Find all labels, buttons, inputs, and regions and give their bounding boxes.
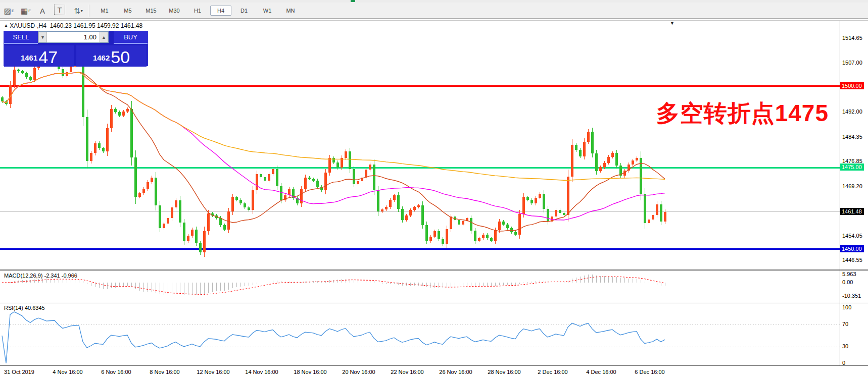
time-tick: 6 Nov 16:00 bbox=[101, 369, 131, 375]
sell-button[interactable]: SELL bbox=[4, 31, 38, 44]
cursor-mode-icon[interactable]: ⇅▾ bbox=[71, 5, 86, 17]
price-tick-1492.00: 1492.00 bbox=[842, 108, 862, 115]
rsi-timeaxis-divider bbox=[0, 365, 868, 366]
rsi-tick-30: 30 bbox=[842, 343, 848, 349]
ma-45-line bbox=[2, 72, 665, 220]
macd-tick--10.351: -10.351 bbox=[842, 293, 861, 299]
text-label-icon: A bbox=[40, 6, 45, 17]
text-box-icon[interactable]: T bbox=[54, 5, 65, 15]
timeframe-button-w1[interactable]: W1 bbox=[257, 6, 278, 16]
buy-price-button[interactable]: 1462 50 bbox=[76, 45, 147, 67]
buy-button[interactable]: BUY bbox=[114, 31, 148, 44]
time-tick: 4 Nov 16:00 bbox=[53, 369, 82, 375]
hline-1500[interactable] bbox=[0, 85, 840, 87]
price-tick-1446.55: 1446.55 bbox=[842, 257, 862, 263]
chart-title: ▲ XAUUSD-,H4 1460.23 1461.95 1459.92 146… bbox=[4, 22, 142, 29]
price-flag-1500.00: 1500.00 bbox=[840, 82, 864, 89]
timeframe-button-m15[interactable]: M15 bbox=[140, 6, 162, 16]
collapse-arrow-icon[interactable]: ▲ bbox=[4, 23, 8, 28]
volume-increase-button[interactable]: ▲ bbox=[100, 32, 108, 42]
expert-advisors-icon: ▨ bbox=[4, 6, 11, 17]
chart-frame-top bbox=[0, 20, 868, 21]
timeframe-button-mn[interactable]: MN bbox=[280, 6, 301, 16]
record-mark bbox=[726, 1, 733, 2]
ma-20-line bbox=[2, 72, 665, 231]
timeframe-button-d1[interactable]: D1 bbox=[233, 6, 255, 16]
price-tick-1469.20: 1469.20 bbox=[842, 183, 862, 189]
time-tick: 22 Nov 16:00 bbox=[391, 369, 423, 375]
macd-histogram bbox=[3, 275, 665, 295]
bid-price-minor: 47 bbox=[38, 48, 58, 66]
drawing-tools-group: ▨E▦FAT⇅▾ bbox=[0, 5, 86, 17]
text-label-icon[interactable]: A bbox=[35, 5, 50, 17]
price-tick-1514.65: 1514.65 bbox=[842, 35, 862, 41]
icon-badge: E bbox=[12, 6, 14, 17]
cursor-mode-icon: ⇅ bbox=[74, 6, 80, 17]
hline-1450[interactable] bbox=[0, 248, 840, 250]
toolbar-separator bbox=[89, 5, 90, 17]
volume-spinner: ▼ ▲ bbox=[38, 31, 109, 43]
sell-price-button[interactable]: 1461 47 bbox=[4, 45, 74, 67]
rsi-tick-100: 100 bbox=[842, 304, 851, 310]
time-tick: 6 Dec 16:00 bbox=[635, 369, 664, 375]
time-tick: 26 Nov 16:00 bbox=[439, 369, 472, 375]
time-tick: 14 Nov 16:00 bbox=[245, 369, 278, 375]
expert-advisors-icon[interactable]: ▨E bbox=[2, 5, 17, 17]
macd-indicator-label: MACD(12,26,9) -2.341 -0.966 bbox=[4, 273, 77, 279]
icon-badge: F bbox=[28, 6, 31, 17]
rsi-line bbox=[2, 312, 665, 363]
macd-tick-5.963: 5.963 bbox=[842, 271, 856, 277]
macd-rsi-divider[interactable] bbox=[0, 302, 868, 302]
indicator-grid-icon[interactable]: ▦F bbox=[18, 5, 33, 17]
timeframe-button-h1[interactable]: H1 bbox=[187, 6, 208, 16]
bid-price-major: 1461 bbox=[21, 50, 37, 66]
timeframe-button-m5[interactable]: M5 bbox=[117, 6, 138, 16]
macd-tick-0.00: 0.00 bbox=[842, 279, 853, 285]
chart-shift-marker[interactable]: ▼ bbox=[670, 21, 674, 26]
one-click-trading-panel: SELL ▼ ▲ BUY 1461 47 1462 50 bbox=[4, 31, 148, 66]
timeframe-button-h4[interactable]: H4 bbox=[210, 6, 231, 16]
rsi-tick-70: 70 bbox=[842, 321, 848, 327]
price-tick-1507.00: 1507.00 bbox=[842, 60, 862, 66]
price-tick-1454.05: 1454.05 bbox=[842, 233, 862, 239]
price-flag-1475.00: 1475.00 bbox=[840, 164, 864, 171]
chart-toolbar: ▨E▦FAT⇅▾ M1M5M15M30H1H4D1W1MN bbox=[0, 3, 868, 19]
rsi-indicator-label: RSI(14) 40.6345 bbox=[4, 305, 45, 311]
hline-1475[interactable] bbox=[0, 167, 840, 169]
timeframe-button-m30[interactable]: M30 bbox=[164, 6, 185, 16]
time-tick: 4 Dec 16:00 bbox=[586, 369, 616, 375]
text-box-icon: T bbox=[57, 6, 62, 14]
time-tick: 2 Dec 16:00 bbox=[538, 369, 567, 375]
main-macd-divider[interactable] bbox=[0, 269, 868, 269]
time-tick: 18 Nov 16:00 bbox=[294, 369, 326, 375]
time-tick: 31 Oct 2019 bbox=[4, 369, 34, 375]
macd-indicator-canvas[interactable] bbox=[0, 271, 840, 302]
time-tick: 28 Nov 16:00 bbox=[488, 369, 520, 375]
rsi-indicator-canvas[interactable] bbox=[0, 303, 840, 365]
connection-status-mark bbox=[351, 0, 355, 2]
ask-price-major: 1462 bbox=[93, 50, 110, 66]
volume-input[interactable] bbox=[47, 32, 100, 42]
price-tick-1484.35: 1484.35 bbox=[842, 134, 862, 140]
timeframe-button-group: M1M5M15M30H1H4D1W1MN bbox=[93, 6, 302, 16]
price-flag-1450.00: 1450.00 bbox=[840, 245, 864, 252]
volume-decrease-button[interactable]: ▼ bbox=[38, 32, 47, 42]
chart-annotation-text: 多空转折点1475 bbox=[656, 98, 829, 129]
timeframe-button-m1[interactable]: M1 bbox=[94, 6, 115, 16]
ma-400-line bbox=[2, 72, 665, 180]
ohlc-readout: 1460.23 1461.95 1459.92 1461.48 bbox=[50, 22, 143, 29]
mt4-terminal-window: ▨E▦FAT⇅▾ M1M5M15M30H1H4D1W1MN ▲ XAUUSD-,… bbox=[0, 0, 868, 380]
candlestick-series bbox=[1, 55, 666, 257]
price-flag-1461.48: 1461.48 bbox=[840, 208, 864, 215]
time-tick: 12 Nov 16:00 bbox=[197, 369, 229, 375]
icon-badge: ▾ bbox=[81, 6, 83, 17]
macd-signal-line bbox=[2, 277, 665, 294]
indicator-grid-icon: ▦ bbox=[21, 6, 28, 17]
rsi-tick-0: 0 bbox=[842, 360, 845, 366]
time-tick: 8 Nov 16:00 bbox=[150, 369, 179, 375]
time-tick: 20 Nov 16:00 bbox=[342, 369, 375, 375]
symbol-timeframe-label: XAUUSD-,H4 bbox=[10, 22, 46, 29]
current-price-line[interactable] bbox=[0, 211, 840, 212]
ask-price-minor: 50 bbox=[111, 48, 130, 66]
